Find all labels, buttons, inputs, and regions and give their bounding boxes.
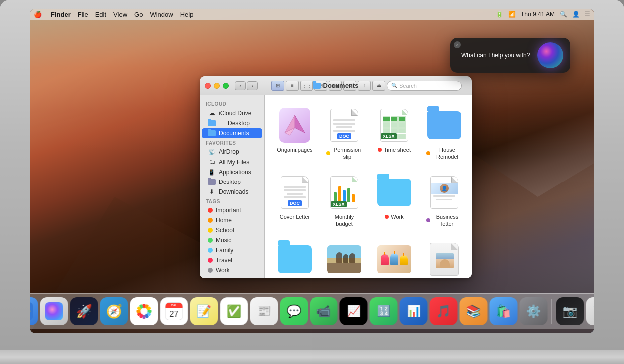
close-button[interactable] xyxy=(205,83,211,89)
sidebar-label-music: Music xyxy=(216,237,231,244)
icloud-icon: ☁ xyxy=(208,109,216,117)
dock-facetime[interactable]: 📹 xyxy=(310,297,338,325)
sidebar-item-airdrop[interactable]: 📡 AirDrop xyxy=(202,147,262,157)
minimize-button[interactable] xyxy=(214,83,220,89)
dock-safari[interactable]: 🧭 xyxy=(100,297,128,325)
sidebar-favorites-label: Favorites xyxy=(200,138,264,147)
file-item-house[interactable]: House Remodel xyxy=(422,103,466,165)
house-icon xyxy=(426,107,462,143)
menu-view[interactable]: View xyxy=(113,11,127,18)
budget-badge: XLSX xyxy=(331,201,347,207)
dock-finder[interactable]: 😊 😐 xyxy=(30,297,38,325)
sidebar-tag-travel[interactable]: Travel xyxy=(202,255,262,265)
file-item-timesheet[interactable]: XLSX Time sheet xyxy=(372,103,416,165)
house-name: House Remodel xyxy=(432,146,462,161)
origami-name: Origami.pages xyxy=(277,146,312,153)
dock-music[interactable]: 🎵 xyxy=(430,297,458,325)
siri-dialog: × What can I help you with? xyxy=(450,38,570,73)
view-icon-btn[interactable]: ⊞ xyxy=(271,81,284,91)
permission-dot xyxy=(326,151,330,155)
menubar-user[interactable]: 👤 xyxy=(572,11,580,18)
work-name: Work xyxy=(391,213,403,220)
file-item-cupcakes[interactable]: Birthday Cupcakes xyxy=(372,237,416,278)
dock-appstore[interactable]: 🛍️ xyxy=(490,297,518,325)
dock-system-preferences[interactable]: ⚙️ xyxy=(520,297,548,325)
menu-help[interactable]: Help xyxy=(180,11,194,18)
dock-messages[interactable]: 💬 xyxy=(280,297,308,325)
forward-button[interactable]: › xyxy=(247,81,258,90)
svg-point-8 xyxy=(141,308,147,314)
dock-reminders[interactable]: ✅ xyxy=(220,297,248,325)
menu-window[interactable]: Window xyxy=(150,11,173,18)
timesheet-name: Time sheet xyxy=(384,146,411,153)
dock-trash[interactable]: 🗑️ xyxy=(586,297,595,325)
dock-news[interactable]: 📰 xyxy=(250,297,278,325)
summer-folder-icon xyxy=(277,241,312,277)
siri-text: What can I help you with? xyxy=(461,52,531,59)
tag-dot-work xyxy=(208,268,213,273)
dock-stocks[interactable]: 📈 xyxy=(340,297,368,325)
sidebar-item-desktop[interactable]: Desktop xyxy=(202,177,262,187)
menu-edit[interactable]: Edit xyxy=(95,11,106,18)
menubar-notif[interactable]: ☰ xyxy=(585,11,590,18)
eject-btn[interactable]: ⏏ xyxy=(372,81,385,91)
siri-close-button[interactable]: × xyxy=(454,41,461,48)
house-dot xyxy=(426,151,430,155)
doc-file-icon: DOC xyxy=(330,109,358,142)
view-list-btn[interactable]: ≡ xyxy=(286,81,299,91)
file-item-budget[interactable]: XLSX Monthly budget xyxy=(322,171,366,232)
file-item-beach[interactable]: Day at the beach xyxy=(322,237,366,278)
file-item-permission[interactable]: DOC Permission slip xyxy=(322,103,366,165)
tag-dot-music xyxy=(208,238,213,243)
search-box[interactable]: 🔍 Search xyxy=(387,81,462,91)
sidebar-tag-work[interactable]: Work xyxy=(202,265,262,275)
sidebar-tag-important[interactable]: Important xyxy=(202,205,262,215)
dock-photos-app[interactable] xyxy=(130,297,158,325)
xlsx-file-icon: XLSX xyxy=(380,109,408,142)
apple-menu[interactable]: 🍎 xyxy=(34,11,42,18)
desktop-folder-icon xyxy=(208,120,216,126)
view-column-btn[interactable]: ⋮⋮ xyxy=(300,81,313,91)
sidebar-item-documents[interactable]: Documents xyxy=(202,128,262,138)
menubar-wifi: 📶 xyxy=(508,11,516,18)
sidebar-tag-home[interactable]: Home xyxy=(202,215,262,225)
maximize-button[interactable] xyxy=(223,83,229,89)
sidebar-tag-red[interactable]: Red xyxy=(202,275,262,278)
share-btn[interactable]: ↑ xyxy=(358,81,371,91)
file-item-work[interactable]: Work xyxy=(372,171,416,232)
menu-file[interactable]: File xyxy=(78,11,88,18)
sidebar-item-icloud-drive[interactable]: ☁ iCloud Drive xyxy=(202,108,262,118)
sidebar-item-applications[interactable]: 📱 Applications xyxy=(202,167,262,177)
dock-screen-capture[interactable]: 📷 xyxy=(556,297,584,325)
file-item-business[interactable]: 👤 Business letter xyxy=(422,171,466,232)
file-item-summer[interactable]: Summer Plans xyxy=(273,237,316,278)
menubar-search[interactable]: 🔍 xyxy=(560,11,567,18)
file-item-origami[interactable]: Origami.pages xyxy=(273,103,316,165)
back-button[interactable]: ‹ xyxy=(235,81,246,90)
file-item-zip[interactable]: Derreks Trip.zip xyxy=(422,237,466,278)
search-placeholder: Search xyxy=(399,83,417,89)
screen-bezel: 🍎 Finder File Edit View Go Window Help 🔋… xyxy=(30,9,594,333)
file-item-cover[interactable]: DOC Cover Letter xyxy=(273,171,316,232)
work-label: Work xyxy=(385,213,403,220)
dock-notes[interactable]: 📝 xyxy=(190,297,218,325)
sidebar-label-applications: Applications xyxy=(219,169,251,176)
sidebar-tag-music[interactable]: Music xyxy=(202,235,262,245)
folder-icon-house xyxy=(427,111,461,139)
menu-go[interactable]: Go xyxy=(134,11,143,18)
sidebar-item-all-files[interactable]: 🗂 All My Files xyxy=(202,157,262,167)
timesheet-icon: XLSX xyxy=(376,107,412,143)
cover-icon: DOC xyxy=(277,175,312,210)
dock-keynote[interactable]: 📊 xyxy=(400,297,428,325)
menu-finder[interactable]: Finder xyxy=(51,11,71,18)
sidebar-item-downloads[interactable]: ⬇ Downloads xyxy=(202,187,262,197)
dock-numbers[interactable]: 🔢 xyxy=(370,297,398,325)
sidebar-item-desktop-icloud[interactable]: Desktop xyxy=(202,118,262,128)
dock-books[interactable]: 📚 xyxy=(460,297,488,325)
dock-siri[interactable] xyxy=(40,297,68,325)
dock-calendar[interactable]: CAL 27 xyxy=(160,297,188,325)
dock-launchpad[interactable]: 🚀 xyxy=(70,297,98,325)
tag-dot-school xyxy=(208,228,213,233)
sidebar-tag-family[interactable]: Family xyxy=(202,245,262,255)
sidebar-tag-school[interactable]: School xyxy=(202,225,262,235)
